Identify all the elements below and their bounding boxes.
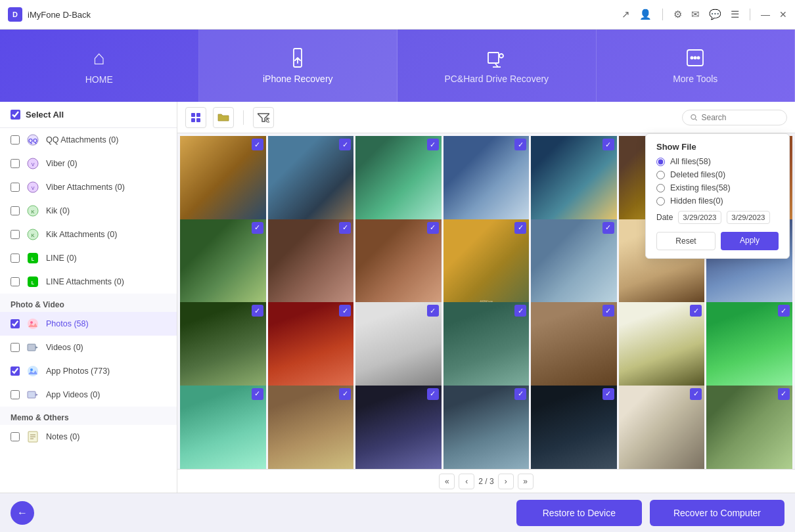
photo-cell[interactable]: ✓ (443, 386, 530, 470)
photo-cell[interactable]: ✓ (443, 302, 530, 388)
photo-check[interactable]: ✓ (602, 305, 614, 317)
photo-cell[interactable]: ✓ (268, 386, 354, 470)
gear-icon[interactable]: ⚙ (673, 9, 682, 20)
sidebar-item-photos[interactable]: Photos (58) (0, 312, 177, 336)
photo-cell[interactable]: ✓ (355, 219, 442, 305)
filter-all-radio[interactable] (656, 158, 665, 166)
filter-existing-files[interactable]: Existing files(58) (656, 183, 779, 192)
photo-check[interactable]: ✓ (339, 139, 351, 150)
photo-check[interactable]: ✓ (514, 388, 526, 400)
photo-check[interactable]: ✓ (427, 388, 439, 400)
filter-button[interactable] (253, 107, 274, 128)
photo-check[interactable]: ✓ (252, 388, 263, 400)
share-icon[interactable]: ↗ (622, 9, 630, 20)
photo-check[interactable]: ✓ (514, 305, 526, 317)
kik-checkbox[interactable] (11, 206, 20, 215)
filter-deleted-radio[interactable] (656, 171, 665, 179)
photo-check[interactable]: ✓ (339, 388, 351, 400)
photo-check[interactable]: ✓ (252, 222, 263, 234)
menu-icon[interactable]: ☰ (731, 9, 739, 20)
last-page-button[interactable]: » (518, 474, 534, 489)
photo-cell[interactable]: ✓ (619, 302, 705, 388)
photo-check[interactable]: ✓ (514, 139, 526, 150)
line-att-checkbox[interactable] (11, 277, 20, 286)
sidebar-item-kik-attachments[interactable]: K Kik Attachments (0) (0, 223, 177, 246)
photo-cell[interactable]: ✓ (355, 386, 442, 470)
photo-check[interactable]: ✓ (427, 222, 439, 234)
sidebar-item-app-videos[interactable]: App Videos (0) (0, 383, 177, 407)
filter-all-files[interactable]: All files(58) (656, 157, 779, 166)
videos-checkbox[interactable] (11, 343, 20, 352)
app-photos-checkbox[interactable] (11, 366, 20, 376)
photo-cell[interactable]: ✓ (268, 302, 354, 388)
photo-cell[interactable]: ✓ (619, 386, 705, 470)
nav-iphone-recovery[interactable]: iPhone Recovery (199, 30, 398, 102)
select-all-checkbox[interactable] (11, 110, 20, 120)
photo-check[interactable]: ✓ (427, 305, 439, 317)
sidebar-item-line-attachments[interactable]: L LINE Attachments (0) (0, 270, 177, 294)
photo-cell[interactable]: ✓ (531, 386, 617, 470)
search-box[interactable] (682, 110, 787, 125)
viber-attachments-checkbox[interactable] (11, 183, 20, 192)
sidebar-item-app-photos[interactable]: App Photos (773) (0, 359, 177, 383)
photo-cell[interactable]: ✓ (180, 386, 266, 470)
photo-cell[interactable]: ✓ (180, 136, 266, 222)
chat-icon[interactable]: 💬 (709, 9, 721, 20)
photo-cell[interactable]: ✓ (706, 386, 792, 470)
first-page-button[interactable]: « (439, 474, 455, 489)
filter-hidden-radio[interactable] (656, 197, 665, 206)
search-input[interactable] (702, 113, 779, 122)
minimize-button[interactable]: ― (761, 9, 770, 20)
photo-check[interactable]: ✓ (427, 139, 439, 150)
photo-cell[interactable]: ✓ (706, 302, 792, 388)
photo-check[interactable]: ✓ (778, 388, 790, 400)
filter-hidden-files[interactable]: Hidden files(0) (656, 196, 779, 206)
prev-page-button[interactable]: ‹ (459, 474, 474, 489)
nav-pc-recovery[interactable]: PC&Hard Drive Recovery (398, 30, 597, 102)
photo-check[interactable]: ✓ (252, 305, 263, 317)
line-checkbox[interactable] (11, 254, 20, 263)
photo-check[interactable]: ✓ (602, 222, 614, 234)
photo-check[interactable]: ✓ (602, 139, 614, 150)
photo-cell[interactable]: ✓ (531, 219, 617, 305)
mail-icon[interactable]: ✉ (691, 9, 700, 20)
photo-cell[interactable]: ✓ (531, 136, 617, 222)
back-button[interactable]: ← (11, 501, 34, 525)
photo-check[interactable]: ✓ (339, 305, 351, 317)
photo-check[interactable]: ✓ (602, 388, 614, 400)
grid-view-button[interactable] (185, 107, 206, 128)
photo-check[interactable]: ✓ (778, 305, 790, 317)
sidebar-item-viber[interactable]: V Viber (0) (0, 152, 177, 175)
qq-attachments-checkbox[interactable] (11, 135, 20, 144)
date-to-select[interactable]: 3/29/2023 (727, 211, 770, 224)
photo-cell[interactable]: ✓ (531, 302, 617, 388)
next-page-button[interactable]: › (498, 474, 514, 489)
photo-check[interactable]: ✓ (690, 305, 702, 317)
photos-checkbox[interactable] (11, 319, 20, 328)
nav-more-tools[interactable]: More Tools (597, 30, 796, 102)
sidebar-item-notes[interactable]: Notes (0) (0, 425, 177, 449)
notes-checkbox[interactable] (11, 432, 20, 441)
filter-apply-button[interactable]: Apply (721, 232, 779, 250)
photo-cell[interactable]: ✓ (355, 302, 442, 388)
filter-existing-radio[interactable] (656, 184, 665, 192)
kik-att-checkbox[interactable] (11, 230, 20, 239)
sidebar-item-viber-attachments[interactable]: V Viber Attachments (0) (0, 175, 177, 199)
sidebar-item-qq-attachments[interactable]: QQ QQ Attachments (0) (0, 128, 177, 152)
sidebar-item-kik[interactable]: K Kik (0) (0, 199, 177, 223)
photo-check[interactable]: ✓ (339, 222, 351, 234)
photo-cell[interactable]: ✓ (180, 219, 266, 305)
photo-cell[interactable]: ✓ (355, 136, 442, 222)
photo-check[interactable]: ✓ (690, 388, 702, 400)
restore-to-device-button[interactable]: Restore to Device (516, 500, 642, 526)
sidebar-item-videos[interactable]: Videos (0) (0, 336, 177, 359)
app-videos-checkbox[interactable] (11, 390, 20, 399)
account-icon[interactable]: 👤 (639, 9, 652, 20)
viber-checkbox[interactable] (11, 159, 20, 168)
sidebar-item-line[interactable]: L LINE (0) (0, 246, 177, 270)
photo-check[interactable]: ✓ (514, 222, 526, 234)
photo-cell[interactable]: ✓ (180, 302, 266, 388)
photo-cell[interactable]: ✓ ARKive (443, 219, 530, 305)
nav-home[interactable]: ⌂ HOME (0, 30, 199, 102)
close-button[interactable]: ✕ (779, 9, 787, 20)
